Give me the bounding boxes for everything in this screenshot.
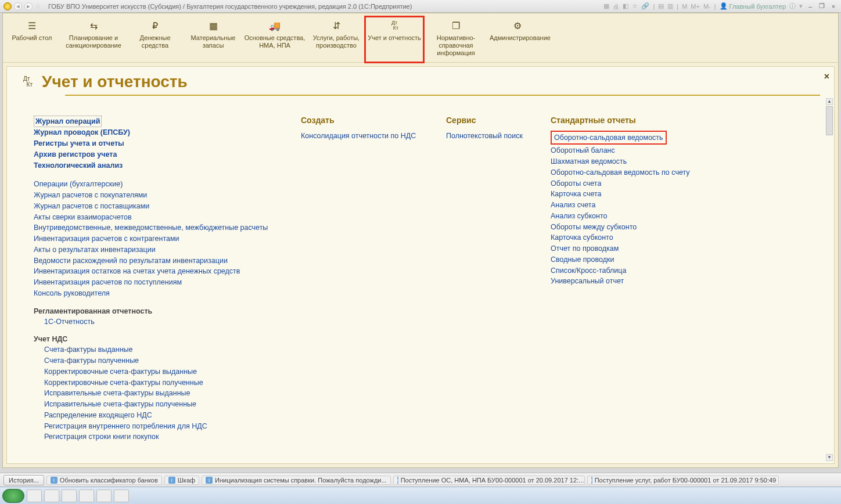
nav-back-icon[interactable]: ◄ [14,2,22,10]
link-item[interactable]: Журнал расчетов с поставщиками [34,202,149,210]
link-item[interactable]: Исправительные счета-фактуры полученные [44,400,196,408]
nav-item-1[interactable]: ⇆Планирование и санкционирование [61,17,126,62]
report-link[interactable]: Отчет по проводкам [551,244,619,253]
taskbar [0,487,841,504]
link-item[interactable]: Распределение входящего НДС [44,411,152,419]
taskbar-app-6[interactable] [114,489,129,502]
report-link[interactable]: Оборотно-сальдовая ведомость [551,131,667,145]
report-link[interactable]: Оборотно-сальдовая ведомость по счету [551,168,690,177]
report-link[interactable]: Анализ счета [551,201,595,209]
panel-close-icon[interactable]: × [824,71,829,82]
tb-icon-1[interactable]: ▦ [603,2,609,10]
taskbar-app-5[interactable] [96,489,112,502]
tb-link-icon[interactable]: 🔗 [641,2,649,10]
statusbar-item[interactable]: iОбновить классификатор банков [46,476,162,485]
nav-item-4[interactable]: 🚚Основные средства, НМА, НПА [242,17,307,62]
report-link[interactable]: Карточка субконто [551,233,613,242]
tb-icon-3[interactable]: ◧ [623,2,628,10]
link-item[interactable]: Полнотекстовый поиск [446,132,523,140]
link-item[interactable]: Акты о результатах инвентаризации [34,246,156,254]
link-item[interactable]: Счета-фактуры полученные [44,357,139,365]
nav-item-2[interactable]: ₽Денежные средства [126,17,184,62]
scroll-down-icon[interactable]: ▼ [826,454,833,461]
window-close[interactable]: × [829,3,838,10]
tb-print-icon[interactable]: 🖨 [613,3,619,10]
service-heading: Сервис [446,116,533,125]
taskbar-app-2[interactable] [44,489,59,502]
mem-mm[interactable]: M- [703,3,711,10]
nav-item-7[interactable]: ❐Нормативно-справочная информация [423,17,488,62]
nav-item-3[interactable]: ▦Материальные запасы [184,17,242,62]
nav-label-2: Денежные средства [127,34,183,49]
tb-star-icon[interactable]: ☆ [632,2,638,10]
dropdown-icon[interactable]: ▾ [799,2,803,10]
statusbar-item[interactable]: iШкаф [164,476,199,485]
statusbar-item[interactable]: iИнициализация системы справки. Пожалуйс… [202,476,391,485]
taskbar-app-4[interactable] [79,489,94,502]
statusbar: История... iОбновить классификатор банко… [0,473,841,487]
nav-item-5[interactable]: ⇵Услуги, работы, производство [307,17,365,62]
link-item[interactable]: Корректировочные счета-фактуры выданные [44,368,197,376]
nav-icon-4: 🚚 [243,19,306,32]
link-item[interactable]: Операции (бухгалтерские) [34,180,123,188]
report-link[interactable]: Универсальный отчет [551,277,624,285]
link-item[interactable]: Регистрация внутреннего потребления для … [44,422,207,430]
nav-item-0[interactable]: ☰Рабочий стол [3,17,61,62]
nav-label-3: Материальные запасы [185,34,241,49]
main-link[interactable]: Архив регистров учета [34,150,117,159]
nav-item-8[interactable]: ⚙Администрирование [488,17,547,62]
report-link[interactable]: Карточка счета [551,190,602,198]
statusbar-text: Поступление услуг, работ БУ00-000001 от … [595,477,777,484]
col-reports: Стандартные отчеты Оборотно-сальдовая ве… [551,116,702,458]
link-item[interactable]: Исправительные счета-фактуры выданные [44,389,190,397]
link-item[interactable]: Консолидация отчетности по НДС [301,132,416,140]
window-minimize[interactable]: – [806,3,814,10]
main-link[interactable]: Журнал проводок (ЕПСБУ) [34,128,130,136]
main-link[interactable]: Журнал операций [34,116,102,128]
scroll-up-icon[interactable]: ▲ [826,98,833,105]
report-link[interactable]: Сводные проводки [551,255,614,264]
nav-fwd-icon[interactable]: ► [24,2,33,10]
info-icon[interactable]: ⓘ [789,2,796,10]
link-item[interactable]: Акты сверки взаиморасчетов [34,213,132,221]
report-link[interactable]: Шахматная ведомость [551,157,627,165]
start-button[interactable] [2,489,24,503]
link-item[interactable]: Счета-фактуры выданные [44,345,132,354]
report-link[interactable]: Обороты счета [551,179,601,188]
link-item[interactable]: Регистрация строки книги покупок [44,433,159,441]
scrollbar[interactable]: ▲ ▼ [826,98,833,461]
report-link[interactable]: Обороты между субконто [551,223,637,231]
link-item[interactable]: Корректировочные счета-фактуры полученны… [44,379,203,387]
favorite-icon[interactable]: ☆ [35,2,41,10]
report-link[interactable]: Оборотный баланс [551,146,615,154]
content-panel: × Дт Кт Учет и отчетность Журнал операци… [6,66,835,464]
link-item[interactable]: Консоль руководителя [34,289,110,297]
statusbar-item[interactable]: iПоступление ОС, НМА, НПА БУ00-000001 от… [393,476,585,485]
window-maximize[interactable]: ❐ [818,2,826,10]
current-user[interactable]: 👤Главный бухгалтер [720,2,786,10]
tb-cal-icon[interactable]: ▥ [667,2,673,10]
history-button[interactable]: История... [3,475,44,485]
mem-m[interactable]: M [682,3,687,10]
link-item[interactable]: Инвентаризация расчетов по поступлениям [34,278,182,286]
tb-calc-icon[interactable]: ▤ [658,2,664,10]
report-link[interactable]: Анализ субконто [551,212,607,220]
taskbar-app-3[interactable] [62,489,77,502]
link-item[interactable]: Ведомости расхождений по результатам инв… [34,257,228,265]
link-item[interactable]: 1С-Отчетность [44,318,95,326]
panel-header-icon: Дт Кт [23,76,35,88]
nav-item-6[interactable]: Дт КтУчет и отчетность [365,17,423,62]
nav-icon-7: ❐ [425,19,487,32]
statusbar-item[interactable]: iПоступление услуг, работ БУ00-000001 от… [587,476,779,485]
link-item[interactable]: Внутриведомственные, межведомственные, м… [34,224,268,232]
mem-mp[interactable]: M+ [691,3,700,10]
link-item[interactable]: Инвентаризация расчетов с контрагентами [34,235,179,243]
report-link[interactable]: Список/Кросс-таблица [551,267,626,275]
main-link[interactable]: Технологический анализ [34,161,123,170]
info-badge-icon: i [168,477,175,484]
link-item[interactable]: Инвентаризация остатков на счетах учета … [34,267,240,275]
taskbar-app-1[interactable] [27,489,42,502]
link-item[interactable]: Журнал расчетов с покупателями [34,191,147,199]
main-link[interactable]: Регистры учета и отчеты [34,139,124,147]
scroll-thumb[interactable] [826,106,833,135]
